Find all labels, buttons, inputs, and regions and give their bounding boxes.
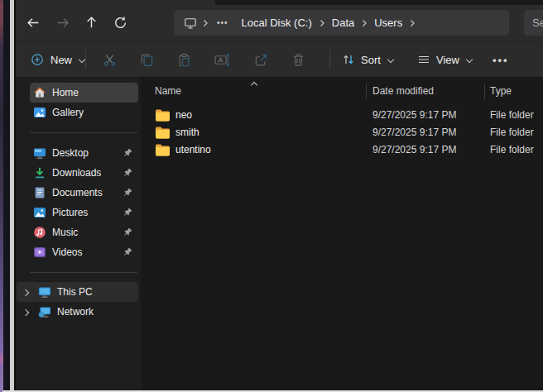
file-date-modified: 9/27/2025 9:17 PM — [372, 127, 456, 138]
address-bar[interactable]: ••• Local Disk (C:) Data Users — [174, 10, 509, 36]
chevron-right-icon[interactable] — [22, 289, 30, 296]
pin-icon — [123, 208, 132, 218]
sidebar-item-label: Desktop — [52, 147, 89, 159]
sidebar-item-videos[interactable]: Videos — [30, 242, 138, 262]
paste-button[interactable] — [171, 46, 197, 73]
desktop-icon — [33, 146, 46, 160]
sidebar-item-gallery[interactable]: Gallery — [30, 103, 138, 122]
up-arrow-icon — [84, 16, 99, 30]
cut-button[interactable] — [96, 46, 123, 73]
folder-icon — [156, 144, 170, 156]
up-button[interactable] — [77, 9, 106, 36]
refresh-icon — [113, 16, 127, 30]
sidebar-item-downloads[interactable]: Downloads — [30, 163, 138, 183]
new-plus-icon — [31, 53, 44, 66]
file-name: smith — [175, 127, 199, 138]
chevron-right-icon[interactable] — [22, 308, 30, 316]
trash-icon — [291, 53, 305, 67]
sort-icon — [342, 53, 355, 66]
refresh-button[interactable] — [106, 9, 135, 36]
forward-button[interactable] — [48, 9, 77, 36]
column-header-name[interactable]: Name — [155, 85, 181, 97]
file-row-smith[interactable]: smith 9/27/2025 9:17 PM File folder — [142, 124, 543, 141]
rename-icon — [214, 53, 230, 67]
downloads-icon — [33, 166, 46, 179]
sidebar-divider — [30, 132, 137, 133]
sort-button[interactable]: Sort — [335, 46, 401, 73]
forward-arrow-icon — [55, 16, 70, 30]
copy-icon — [140, 53, 154, 67]
breadcrumb-ellipsis[interactable]: ••• — [214, 18, 232, 27]
chevron-down-icon — [78, 56, 85, 64]
gallery-icon — [33, 106, 46, 119]
column-resize-handle[interactable] — [366, 84, 367, 99]
cut-icon — [103, 53, 117, 67]
breadcrumb-chevron-icon[interactable] — [314, 19, 330, 27]
breadcrumb-item-users[interactable]: Users — [372, 17, 404, 29]
sidebar-item-desktop[interactable]: Desktop — [30, 143, 138, 163]
file-name: neo — [175, 109, 192, 121]
copy-button[interactable] — [133, 46, 160, 73]
folder-icon — [156, 127, 170, 139]
sidebar-item-network[interactable]: Network — [17, 302, 138, 322]
background-window-edge — [3, 0, 10, 392]
breadcrumb-chevron-icon — [197, 19, 214, 27]
column-header-date-modified[interactable]: Date modified — [372, 85, 434, 97]
delete-button[interactable] — [285, 46, 311, 73]
column-header-row: Name Date modified Type — [142, 81, 543, 102]
column-header-type[interactable]: Type — [490, 85, 512, 97]
music-icon — [33, 226, 46, 239]
sidebar-item-this-pc[interactable]: This PC — [17, 282, 138, 302]
column-resize-handle[interactable] — [484, 84, 485, 99]
file-explorer-window: ••• Local Disk (C:) Data Users New — [0, 0, 543, 392]
rename-button[interactable] — [209, 46, 235, 73]
sidebar-item-label: Pictures — [52, 207, 88, 218]
sidebar-item-home[interactable]: Home — [30, 83, 138, 103]
file-list-pane: Name Date modified Type neo 9/27/2025 9:… — [142, 78, 543, 390]
file-rows: neo 9/27/2025 9:17 PM File folder smith … — [142, 107, 543, 159]
more-options-button[interactable]: ••• — [484, 46, 517, 73]
pin-icon — [123, 188, 132, 198]
new-button[interactable]: New — [22, 46, 94, 73]
sidebar-item-pictures[interactable]: Pictures — [30, 203, 138, 222]
file-type: File folder — [490, 127, 534, 138]
breadcrumb-item-data[interactable]: Data — [330, 17, 356, 29]
sidebar-item-music[interactable]: Music — [30, 222, 138, 242]
this-pc-icon — [38, 285, 51, 299]
sidebar-item-label: This PC — [57, 286, 93, 298]
share-icon — [254, 53, 268, 67]
sidebar-divider — [30, 272, 137, 273]
breadcrumb-item-drive[interactable]: Local Disk (C:) — [240, 17, 314, 29]
sidebar-item-label: Network — [57, 306, 94, 318]
this-pc-icon[interactable] — [184, 17, 197, 30]
search-input[interactable] — [532, 17, 543, 29]
sidebar-item-label: Videos — [52, 246, 82, 258]
back-arrow-icon — [26, 16, 41, 30]
view-button[interactable]: View — [411, 46, 479, 73]
share-button[interactable] — [247, 46, 274, 73]
navigation-pane: Home Gallery Desktop Downloads Documents… — [16, 78, 142, 390]
sidebar-item-documents[interactable]: Documents — [30, 183, 138, 203]
file-date-modified: 9/27/2025 9:17 PM — [372, 144, 456, 155]
new-button-label: New — [50, 54, 72, 66]
network-icon — [38, 305, 51, 318]
search-box[interactable] — [524, 10, 543, 36]
breadcrumb-chevron-icon[interactable] — [356, 19, 372, 27]
file-row-neo[interactable]: neo 9/27/2025 9:17 PM File folder — [142, 107, 543, 124]
file-row-utentino[interactable]: utentino 9/27/2025 9:17 PM File folder — [142, 141, 543, 159]
documents-icon — [33, 186, 46, 199]
back-button[interactable] — [19, 9, 48, 36]
home-icon — [33, 86, 46, 99]
paste-icon — [177, 53, 191, 67]
videos-icon — [33, 246, 46, 259]
sort-ascending-icon — [251, 81, 258, 87]
file-date-modified: 9/27/2025 9:17 PM — [372, 109, 456, 121]
pin-icon — [123, 168, 132, 178]
breadcrumb-chevron-icon[interactable] — [404, 19, 420, 27]
command-bar: New Sort View — [16, 41, 543, 78]
view-list-icon — [417, 53, 430, 66]
sidebar-item-label: Documents — [52, 187, 103, 198]
sidebar-item-label: Downloads — [52, 167, 101, 179]
file-name: utentino — [175, 144, 211, 155]
sidebar-item-label: Gallery — [52, 107, 84, 118]
